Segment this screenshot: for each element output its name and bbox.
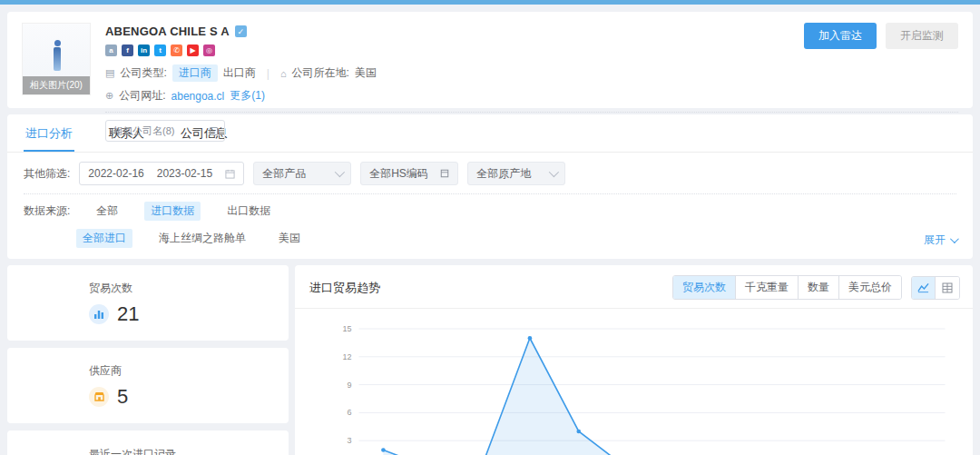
stat-card-suppliers: 供应商 5 — [7, 348, 289, 423]
phone-icon[interactable]: ✆ — [171, 45, 182, 56]
line-chart-icon[interactable] — [912, 277, 936, 299]
source-option-import[interactable]: 进口数据 — [144, 202, 201, 221]
stat-label: 贸易次数 — [89, 281, 289, 296]
page: 相关图片(20) ABENGOA CHILE S A ✓ afint✆▶◎ ▤ … — [0, 5, 980, 455]
dotted-divider — [105, 112, 958, 113]
company-type-importer[interactable]: 进口商 — [172, 64, 218, 82]
hs-code-select-value: 全部HS编码 — [369, 166, 428, 182]
location-icon: ⌂ — [280, 68, 287, 79]
company-type-label: 公司类型: — [120, 65, 166, 81]
source-option-all[interactable]: 全部 — [90, 202, 124, 221]
toggle-quantity[interactable]: 数量 — [799, 276, 839, 299]
chevron-down-icon — [335, 167, 345, 177]
globe-icon: ⊕ — [105, 90, 113, 102]
svg-text:9: 9 — [347, 381, 351, 390]
origin-select[interactable]: 全部原产地 — [467, 162, 565, 185]
stat-value: 5 — [117, 385, 128, 409]
company-header-card: 相关图片(20) ABENGOA CHILE S A ✓ afint✆▶◎ ▤ … — [7, 12, 973, 108]
add-radar-button[interactable]: 加入雷达 — [804, 23, 877, 49]
stat-label: 供应商 — [89, 363, 289, 379]
date-range-picker[interactable]: 2022-02-16 2023-02-15 — [79, 162, 244, 185]
chart-type-toggle-group — [911, 276, 960, 300]
location-label: 公司所在地: — [292, 65, 349, 81]
filter-label: 其他筛选: — [24, 166, 70, 182]
date-start[interactable]: 2022-02-16 — [88, 167, 143, 180]
tab-import-analysis[interactable]: 进口分析 — [24, 114, 74, 152]
instagram-icon[interactable]: ◎ — [203, 45, 215, 56]
stat-label: 最近一次进口记录 — [89, 447, 289, 455]
filter-row: 其他筛选: 2022-02-16 2023-02-15 全部产品 全部HS编码 … — [7, 153, 973, 193]
content: 贸易次数 21 供应商 5 最近一次进口记录 — [7, 265, 973, 455]
data-source-label: 数据来源: — [24, 203, 70, 219]
more-websites-link[interactable]: 更多(1) — [230, 88, 265, 104]
similar-companies-select[interactable]: 相似公司名(8) — [105, 120, 225, 142]
svg-text:3: 3 — [347, 436, 351, 445]
expand-toggle[interactable]: 展开 — [924, 232, 956, 248]
similar-companies-label: 相似公司名(8) — [113, 124, 174, 138]
hs-code-select[interactable]: 全部HS编码 — [360, 162, 458, 185]
person-illustration-icon — [54, 40, 61, 71]
bar-chart-icon — [89, 304, 109, 324]
expand-label: 展开 — [924, 232, 946, 248]
source-option-export[interactable]: 出口数据 — [220, 202, 277, 221]
sub-option-us[interactable]: 美国 — [272, 229, 307, 248]
company-photo[interactable]: 相关图片(20) — [22, 23, 91, 95]
toggle-trade-count[interactable]: 贸易次数 — [673, 276, 736, 299]
stat-card-last-import: 最近一次进口记录 2023-02-10 — [7, 430, 289, 455]
product-select[interactable]: 全部产品 — [253, 162, 351, 185]
store-icon — [89, 387, 109, 407]
chevron-down-icon — [549, 167, 559, 177]
metric-toggle-group: 贸易次数 千克重量 数量 美元总价 — [672, 275, 902, 300]
trend-chart-card: 进口贸易趋势 贸易次数 千克重量 数量 美元总价 — [295, 265, 973, 455]
location-value: 美国 — [355, 65, 377, 81]
alibaba-icon[interactable]: a — [105, 45, 117, 56]
calendar-icon — [225, 169, 235, 179]
divider: | — [267, 67, 270, 80]
stat-value: 21 — [117, 302, 139, 326]
twitter-icon[interactable]: t — [154, 45, 166, 56]
hs-code-panel-icon — [440, 169, 449, 178]
date-end[interactable]: 2023-02-15 — [157, 167, 212, 180]
chart-body: 036912152022-032022-042022-052022-062022… — [295, 309, 973, 455]
origin-select-value: 全部原产地 — [476, 166, 531, 182]
youtube-icon[interactable]: ▶ — [187, 45, 199, 56]
facebook-icon[interactable]: f — [122, 45, 133, 56]
website-link[interactable]: abengoa.cl — [172, 90, 225, 103]
stats-column: 贸易次数 21 供应商 5 最近一次进口记录 — [7, 265, 289, 455]
company-name: ABENGOA CHILE S A — [105, 25, 230, 38]
toggle-usd-total[interactable]: 美元总价 — [839, 276, 901, 299]
company-type-exporter[interactable]: 出口商 — [223, 65, 256, 81]
company-type-icon: ▤ — [105, 67, 114, 79]
website-label: 公司网址: — [119, 88, 165, 104]
chevron-down-icon — [950, 234, 959, 243]
table-view-icon[interactable] — [936, 277, 959, 299]
linkedin-icon[interactable]: in — [138, 45, 150, 56]
toggle-weight-kg[interactable]: 千克重量 — [736, 276, 799, 299]
company-verified-icon[interactable]: ✓ — [235, 25, 247, 37]
svg-text:6: 6 — [347, 408, 351, 417]
svg-text:12: 12 — [342, 352, 351, 361]
trend-line-chart[interactable]: 036912152022-032022-042022-052022-062022… — [302, 316, 965, 455]
svg-text:15: 15 — [342, 324, 351, 333]
product-select-value: 全部产品 — [262, 166, 306, 182]
related-images-label[interactable]: 相关图片(20) — [23, 76, 90, 94]
stat-card-trade-count: 贸易次数 21 — [7, 265, 289, 341]
start-monitor-button[interactable]: 开启监测 — [886, 23, 958, 49]
expand-panel-icon — [210, 127, 218, 135]
chart-title: 进口贸易趋势 — [309, 280, 380, 296]
data-source-block: 数据来源: 全部 进口数据 出口数据 全部进口 海上丝绸之路舱单 美国 展开 — [7, 194, 973, 259]
sub-option-silkroad[interactable]: 海上丝绸之路舱单 — [152, 229, 252, 248]
sub-option-all-import[interactable]: 全部进口 — [76, 229, 132, 248]
